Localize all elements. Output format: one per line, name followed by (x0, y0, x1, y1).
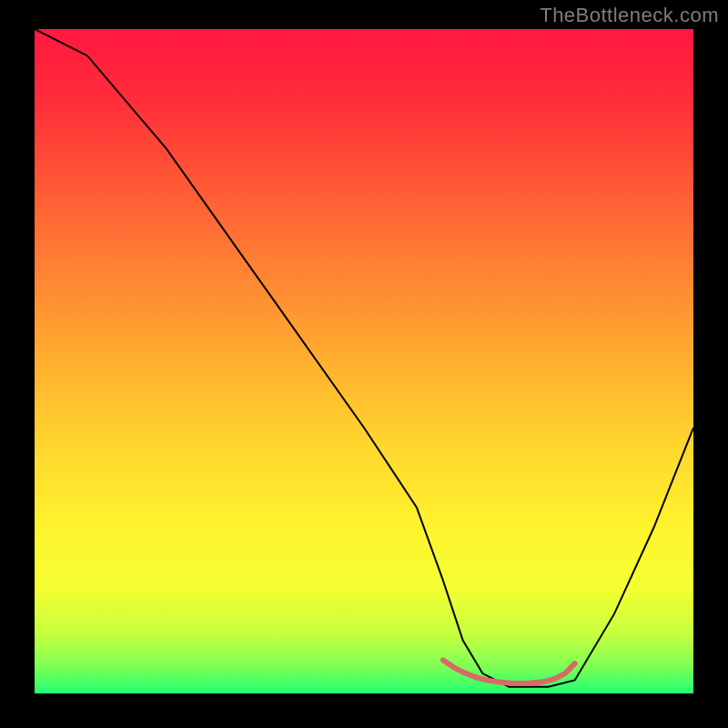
chart-svg (35, 29, 693, 693)
gradient-background (35, 29, 693, 693)
attribution-label: TheBottleneck.com (540, 4, 719, 27)
plot-area (35, 29, 693, 693)
chart-frame: TheBottleneck.com (0, 0, 728, 728)
